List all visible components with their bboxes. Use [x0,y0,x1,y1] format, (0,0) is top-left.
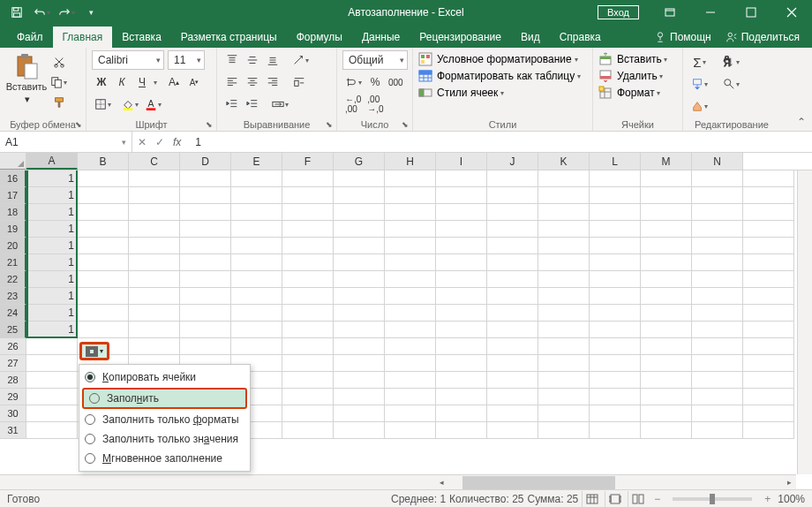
cell[interactable] [538,271,590,288]
cell[interactable] [692,288,743,305]
cell[interactable] [436,170,487,187]
align-left-icon[interactable] [222,72,242,92]
cell[interactable] [538,238,590,254]
cell[interactable] [743,389,794,405]
cell[interactable] [590,322,641,338]
tab-help[interactable]: Справка [550,26,611,48]
tab-file[interactable]: Файл [7,26,53,48]
cell[interactable] [641,305,692,322]
cell[interactable] [385,305,436,322]
number-launcher-icon[interactable]: ⬊ [400,119,410,130]
select-all-corner[interactable] [0,153,26,170]
cell[interactable] [538,204,590,221]
decrease-decimal-icon[interactable]: ,00→,0 [365,95,386,114]
tell-me[interactable]: Помощн [649,28,717,46]
cell[interactable] [436,221,487,238]
row-header[interactable]: 29 [0,389,26,405]
col-header-b[interactable]: B [78,153,129,170]
horizontal-scrollbar[interactable]: ◂▸ [434,474,796,489]
decrease-indent-icon[interactable] [222,95,242,114]
cancel-formula-icon[interactable]: ✕ [138,136,147,148]
cell[interactable] [487,170,538,187]
cell[interactable] [334,355,385,372]
cell[interactable] [590,372,641,389]
cell[interactable] [180,254,231,271]
cell[interactable] [180,322,231,338]
cell[interactable] [26,338,78,355]
cell[interactable] [334,338,385,355]
page-layout-view-icon[interactable] [605,491,624,507]
cell[interactable] [334,305,385,322]
cell[interactable] [78,221,129,238]
maximize-icon[interactable] [731,0,771,25]
cell[interactable] [590,254,641,271]
insert-cells-button[interactable]: Вставить▾ [598,52,677,66]
row-header[interactable]: 30 [0,405,26,422]
cell[interactable] [26,372,78,389]
merge-icon[interactable]: ▾ [269,95,291,114]
italic-button[interactable]: К [112,72,132,92]
cell[interactable] [436,204,487,221]
formula-input[interactable]: 1 [186,132,812,152]
tab-view[interactable]: Вид [511,26,550,48]
cell[interactable] [487,338,538,355]
cell[interactable] [129,187,180,204]
cell[interactable] [692,305,743,322]
row-header[interactable]: 17 [0,187,26,204]
collapse-ribbon-icon[interactable]: ⌃ [794,115,808,129]
cell[interactable] [129,221,180,238]
cell[interactable] [743,322,794,338]
row-header[interactable]: 16 [0,170,26,187]
cell[interactable] [538,389,590,405]
cell[interactable] [282,405,334,422]
zoom-slider[interactable] [673,497,752,501]
cell[interactable] [129,204,180,221]
cell[interactable] [538,254,590,271]
redo-icon[interactable]: ▾ [55,2,78,23]
cell[interactable] [436,355,487,372]
cell[interactable] [692,322,743,338]
cell[interactable] [231,187,282,204]
cell[interactable] [641,288,692,305]
cell[interactable] [590,170,641,187]
cell[interactable] [692,338,743,355]
sort-filter-icon[interactable]: AЯ▾ [716,52,746,72]
cell[interactable] [590,338,641,355]
cell[interactable] [487,221,538,238]
cell[interactable] [436,322,487,338]
cell[interactable] [334,288,385,305]
zoom-level[interactable]: 100% [778,493,805,505]
cell[interactable] [385,187,436,204]
cell[interactable] [436,254,487,271]
row-header[interactable]: 31 [0,422,26,439]
cell[interactable] [282,389,334,405]
accounting-icon[interactable]: ▾ [342,72,365,92]
cell[interactable] [231,338,282,355]
cell[interactable] [487,271,538,288]
cell[interactable] [231,170,282,187]
cell[interactable] [487,204,538,221]
cell[interactable] [282,254,334,271]
increase-indent-icon[interactable] [243,95,262,114]
cell[interactable] [180,238,231,254]
cell[interactable] [743,170,794,187]
cell[interactable] [180,338,231,355]
cell[interactable] [385,254,436,271]
cell[interactable] [590,204,641,221]
cell[interactable] [743,238,794,254]
cell[interactable] [334,389,385,405]
cell[interactable] [692,271,743,288]
cell[interactable] [590,221,641,238]
cell[interactable] [538,338,590,355]
sign-in-button[interactable]: Вход [598,5,639,19]
cell[interactable] [743,338,794,355]
cell[interactable] [282,221,334,238]
undo-icon[interactable]: ▾ [30,2,53,23]
cell[interactable] [282,338,334,355]
cell[interactable] [590,355,641,372]
col-header-l[interactable]: L [590,153,641,170]
cell[interactable] [487,355,538,372]
cell[interactable] [590,288,641,305]
cell[interactable] [78,254,129,271]
cell[interactable] [641,271,692,288]
